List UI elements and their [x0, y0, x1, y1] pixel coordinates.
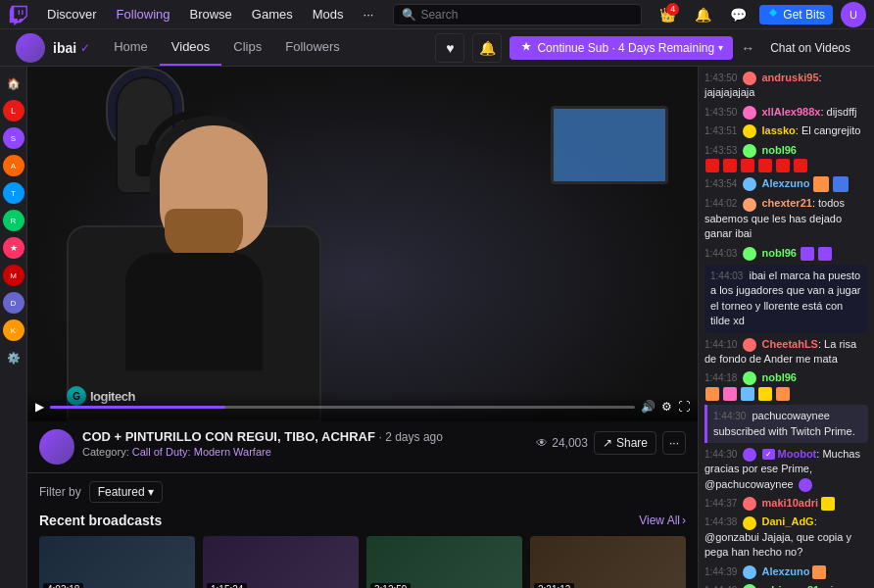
channel-tab-videos[interactable]: Videos [160, 29, 222, 66]
recent-broadcasts-header: Recent broadcasts View All › [39, 513, 686, 528]
nav-browse[interactable]: Browse [182, 3, 240, 25]
chat-emotes [812, 565, 826, 579]
chat-message-2: 1:43:50 xllAlex988x: dijsdffj [704, 105, 868, 120]
crown-badge: 4 [666, 3, 679, 16]
top-nav: Discover Following Browse Games Mods ···… [0, 0, 874, 29]
nav-games[interactable]: Games [244, 3, 301, 25]
user-avatar-inline [743, 338, 756, 352]
get-bits-button[interactable]: Get Bits [759, 5, 833, 24]
msg-time: 1:43:53 [704, 145, 737, 156]
chat-message-maki: 1:44:37 maki10adri [704, 496, 868, 511]
user-avatar-inline [743, 497, 756, 511]
nav-following[interactable]: Following [109, 3, 178, 25]
share-button[interactable]: ↗ Share [594, 431, 656, 455]
chat-message-6: 1:44:02 chexter21: todos sabemos que les… [704, 196, 868, 241]
chat-message-7: 1:44:03 nobl96 [704, 246, 868, 261]
view-all-link[interactable]: View All › [639, 514, 686, 527]
chat-emotes [704, 387, 791, 401]
msg-time: 1:43:50 [704, 107, 737, 118]
sidebar-followed-2[interactable]: S [3, 127, 24, 149]
sidebar-home-icon[interactable]: 🏠 [3, 73, 24, 94]
notification-button[interactable]: 🔔 [689, 1, 716, 28]
sidebar-followed-3[interactable]: A [3, 155, 24, 176]
user-avatar-inline [743, 72, 756, 85]
user-avatar-inline [743, 516, 756, 530]
sidebar-followed-1[interactable]: L [3, 100, 24, 122]
chat-username: Alexzuno [762, 565, 810, 577]
chat-username: Moobot [778, 448, 817, 460]
user-avatar-inline [743, 247, 756, 261]
video-thumbnails: 4:03:18 1:15:24 3:12:59 2:21:12 [39, 536, 686, 588]
chat-on-videos-button[interactable]: Chat on Videos [762, 41, 858, 55]
continue-sub-button[interactable]: Continue Sub · 4 Days Remaining ▾ [510, 36, 733, 60]
chat-emotes [821, 497, 835, 511]
bg-monitor [551, 106, 668, 184]
search-icon: 🔍 [402, 8, 416, 22]
chat-message-5: 1:43:54 Alexzuno [704, 176, 868, 192]
sidebar-followed-9[interactable]: K [3, 319, 24, 341]
sidebar-followed-8[interactable]: D [3, 292, 24, 314]
crown-button[interactable]: 👑 4 [654, 1, 681, 28]
thumb-image-1: 4:03:18 [39, 536, 195, 588]
sidebar-followed-6[interactable]: ★ [3, 237, 24, 259]
channel-tab-followers[interactable]: Followers [273, 29, 352, 66]
user-avatar-inline [743, 106, 756, 120]
sub-icon [519, 41, 533, 55]
chat-emotes [800, 247, 833, 261]
broadcast-thumb-4[interactable]: 2:21:12 [530, 536, 686, 588]
twitch-logo[interactable] [8, 4, 29, 25]
video-thumbnail[interactable]: G logitech [27, 67, 698, 421]
more-button[interactable]: ··· [662, 431, 686, 455]
heart-button[interactable]: ♥ [435, 33, 464, 63]
user-avatar[interactable]: U [841, 2, 866, 27]
thumb-duration-2: 1:15:24 [207, 583, 247, 588]
emote [794, 159, 807, 172]
channel-notif-button[interactable]: 🔔 [472, 33, 502, 63]
emote [758, 387, 772, 401]
chat-message-dani: 1:44:38 Dani_AdG: @gonzabui Jajaja, que … [704, 514, 868, 560]
play-icon[interactable]: ▶ [35, 400, 44, 414]
broadcast-thumb-2[interactable]: 1:15:24 [203, 536, 359, 588]
video-info-text: COD + PINTURILLO CON REGUI, TIBO, ACHRAF… [82, 429, 528, 458]
chat-emotes [812, 176, 850, 192]
chat-messages[interactable]: 1:43:50 andruski95: jajajajajaja 1:43:50… [699, 67, 874, 588]
broadcast-thumb-3[interactable]: 3:12:59 [366, 536, 522, 588]
emote [758, 159, 772, 172]
progress-bar[interactable] [50, 406, 635, 409]
sidebar-followed-5[interactable]: R [3, 210, 24, 231]
sidebar-settings-icon[interactable]: ⚙️ [3, 347, 24, 368]
nav-discover[interactable]: Discover [39, 3, 105, 25]
settings-icon[interactable]: ⚙ [661, 400, 672, 414]
user-avatar-inline [743, 144, 756, 158]
filter-featured-button[interactable]: Featured ▾ [89, 481, 163, 503]
view-count: 👁 24,003 [536, 436, 588, 450]
category-link[interactable]: Call of Duty: Modern Warfare [132, 446, 271, 458]
chat-button[interactable]: 💬 [724, 1, 752, 28]
sidebar-followed-7[interactable]: M [3, 265, 24, 286]
channel-name: ibai [53, 40, 76, 56]
thumb-duration-1: 4:03:18 [43, 583, 83, 588]
msg-time: 1:44:03 [710, 270, 743, 281]
channel-nav: ibai ✓ Home Videos Clips Followers ♥ 🔔 C… [0, 29, 874, 67]
chat-message-moobot: 1:44:30 ✓ Moobot: Muchas gracias por ese… [704, 447, 868, 492]
channel-tab-home[interactable]: Home [102, 29, 160, 66]
channel-tab-clips[interactable]: Clips [221, 29, 273, 66]
msg-time: 1:44:39 [704, 566, 737, 577]
video-area: G logitech ▶ 🔊 ⚙ ⛶ COD + PINTU [27, 67, 698, 588]
chat-emotes [704, 159, 808, 172]
chat-sidebar: 1:43:50 andruski95: jajajajajaja 1:43:50… [698, 67, 874, 588]
chat-message-3: 1:43:51 lassko: El cangrejito [704, 123, 868, 138]
chat-username: adriangp31 [762, 584, 820, 588]
thumb-image-3: 3:12:59 [366, 536, 522, 588]
search-input[interactable] [420, 8, 633, 22]
sidebar-toggle[interactable]: ↔ [741, 40, 754, 56]
nav-more[interactable]: ··· [356, 3, 382, 25]
channel-avatar[interactable] [16, 33, 45, 63]
sidebar-followed-4[interactable]: T [3, 182, 24, 204]
video-channel-avatar[interactable] [39, 429, 74, 465]
nav-mods[interactable]: Mods [305, 3, 352, 25]
volume-icon[interactable]: 🔊 [641, 400, 656, 414]
verified-icon: ✓ [80, 41, 90, 55]
broadcast-thumb-1[interactable]: 4:03:18 [39, 536, 195, 588]
fullscreen-icon[interactable]: ⛶ [678, 400, 690, 414]
